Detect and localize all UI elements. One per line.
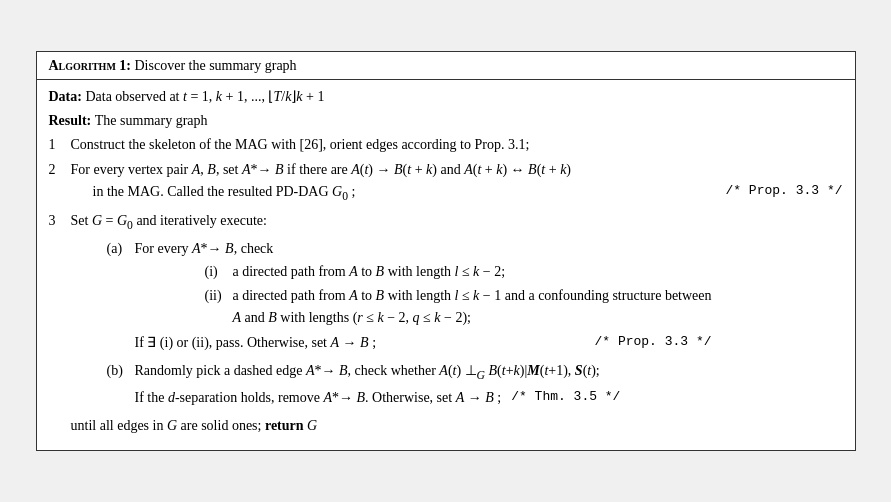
step-3b-text: Randomly pick a dashed edge A*→ B, check…: [135, 360, 621, 385]
step-3-content: Set G = G0 and iteratively execute: (a) …: [71, 210, 843, 437]
step-3a: (a) For every A*→ B, check (i) a directe…: [107, 238, 843, 354]
step-3a-ii-content: a directed path from A to B with length …: [233, 285, 712, 328]
step-3a-if-line: If ∃ (i) or (ii), pass. Otherwise, set A…: [135, 332, 712, 354]
step-1-num: 1: [49, 134, 67, 156]
step-3a-i-label: (i): [205, 261, 233, 283]
data-line: Data: Data observed at t = 1, k + 1, ...…: [49, 86, 843, 107]
step-3a-text: For every A*→ B, check: [135, 238, 712, 260]
algorithm-header: Algorithm 1: Discover the summary graph: [37, 52, 855, 80]
step-3b-if-comment: /* Thm. 3.5 */: [511, 387, 620, 407]
step-3a-content: For every A*→ B, check (i) a directed pa…: [135, 238, 712, 354]
step-1-content: Construct the skeleton of the MAG with […: [71, 134, 843, 156]
step-3a-ii-cont: A and B with lengths (r ≤ k − 2, q ≤ k −…: [233, 307, 712, 329]
step-3a-label: (a): [107, 238, 135, 260]
step-3a-ii: (ii) a directed path from A to B with le…: [205, 285, 712, 328]
step-3: 3 Set G = G0 and iteratively execute: (a…: [49, 210, 843, 437]
algorithm-label: Algorithm 1:: [49, 58, 132, 73]
result-label: Result:: [49, 113, 95, 128]
data-label: Data:: [49, 89, 86, 104]
step-3-main: Set G = G0 and iteratively execute:: [71, 210, 843, 235]
step-3a-ii-text: a directed path from A to B with length …: [233, 285, 712, 307]
data-content: Data observed at t = 1, k + 1, ..., ⌊T/k…: [85, 89, 324, 104]
step-3a-i: (i) a directed path from A to B with len…: [205, 261, 712, 283]
step-3b-if-text: If the d-separation holds, remove A*→ B.…: [135, 387, 502, 409]
result-line: Result: The summary graph: [49, 110, 843, 131]
until-line: until all edges in G are solid ones; ret…: [71, 415, 843, 437]
step-3-num: 3: [49, 210, 67, 232]
step-2-main: For every vertex pair A, B, set A*→ B if…: [71, 159, 843, 181]
step-3b-content: Randomly pick a dashed edge A*→ B, check…: [135, 360, 621, 409]
step-2-comment: /* Prop. 3.3 */: [725, 181, 842, 206]
algorithm-box: Algorithm 1: Discover the summary graph …: [36, 51, 856, 452]
step-3a-if-text: If ∃ (i) or (ii), pass. Otherwise, set A…: [135, 332, 377, 354]
step-3a-ii-label: (ii): [205, 285, 233, 307]
algorithm-title: Discover the summary graph: [135, 58, 297, 73]
step-1: 1 Construct the skeleton of the MAG with…: [49, 134, 843, 156]
result-content: The summary graph: [95, 113, 208, 128]
step-3a-i-text: a directed path from A to B with length …: [233, 261, 506, 283]
step-2-cont-text: in the MAG. Called the resulted PD-DAG G…: [93, 181, 356, 206]
step-3b: (b) Randomly pick a dashed edge A*→ B, c…: [107, 360, 843, 409]
step-2-continuation: in the MAG. Called the resulted PD-DAG G…: [93, 181, 843, 206]
step-2-content: For every vertex pair A, B, set A*→ B if…: [71, 159, 843, 206]
step-2-num: 2: [49, 159, 67, 181]
algorithm-body: Data: Data observed at t = 1, k + 1, ...…: [37, 80, 855, 451]
step-3a-if-comment: /* Prop. 3.3 */: [595, 332, 712, 352]
step-3b-if-line: If the d-separation holds, remove A*→ B.…: [135, 387, 621, 409]
step-3b-label: (b): [107, 360, 135, 382]
step-2: 2 For every vertex pair A, B, set A*→ B …: [49, 159, 843, 206]
